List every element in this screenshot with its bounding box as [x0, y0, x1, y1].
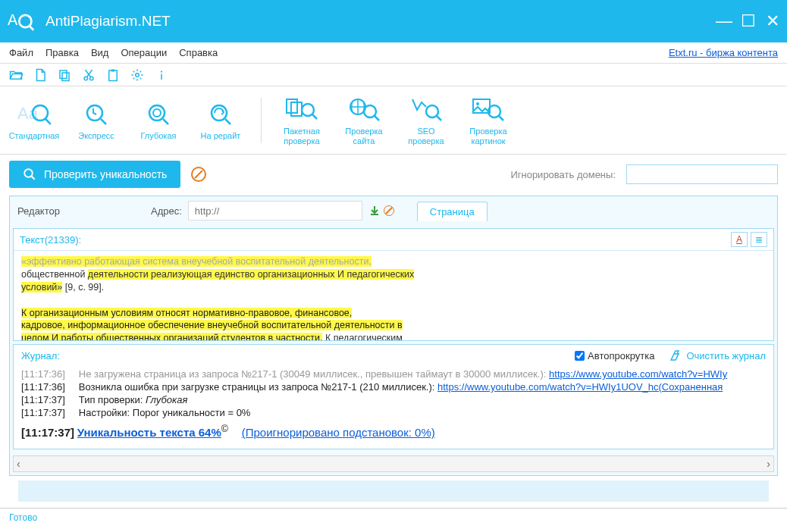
open-icon[interactable] — [9, 68, 23, 82]
ignore-domains-label: Игнорировать домены: — [510, 169, 616, 180]
text-mode-a-button[interactable]: A — [731, 232, 748, 247]
text-panel: Текст(21339): A ≣ «эффективно работающая… — [13, 228, 774, 341]
svg-line-34 — [499, 116, 503, 120]
check-uniqueness-button[interactable]: Проверить уникальность — [9, 161, 180, 188]
address-label: Адрес: — [151, 205, 182, 217]
horizontal-scrollbar[interactable]: ‹› — [13, 455, 774, 472]
settings-icon[interactable] — [130, 68, 144, 82]
ribbon-deep[interactable]: Глубокая — [129, 99, 188, 140]
svg-rect-7 — [109, 70, 118, 81]
log-row: [11:17:36]Не загружена страница из запро… — [21, 368, 766, 380]
svg-point-27 — [364, 105, 376, 117]
menu-view[interactable]: Вид — [91, 47, 109, 58]
editor-tab-label: Редактор — [17, 205, 60, 217]
log-body: [11:17:36]Не загружена страница из запро… — [14, 366, 773, 449]
svg-line-25 — [312, 114, 317, 119]
svg-point-35 — [24, 169, 33, 177]
toolbar — [0, 64, 787, 86]
svg-line-2 — [30, 26, 33, 30]
svg-rect-11 — [161, 74, 162, 80]
menubar: Файл Правка Вид Операции Справка Etxt.ru… — [0, 42, 787, 64]
text-count-label: Текст(21339): — [20, 234, 81, 246]
cancel-url-icon[interactable] — [384, 205, 394, 216]
maximize-button[interactable]: ☐ — [740, 11, 757, 31]
cut-icon[interactable] — [82, 68, 96, 82]
ribbon-site[interactable]: Проверка сайта — [334, 95, 394, 145]
action-row: Проверить уникальность Игнорировать доме… — [9, 161, 778, 188]
log-title: Журнал: — [21, 350, 575, 361]
bottom-strip — [18, 480, 769, 502]
svg-line-16 — [101, 119, 106, 124]
ribbon-rewrite[interactable]: На рерайт — [191, 99, 250, 140]
log-panel: Журнал: Автопрокрутка Очистить журнал [1… — [13, 344, 774, 449]
page-tab[interactable]: Страница — [417, 202, 488, 221]
menu-help[interactable]: Справка — [179, 47, 218, 58]
svg-point-29 — [426, 105, 438, 117]
status-bar: Готово — [0, 508, 787, 526]
svg-point-9 — [136, 73, 140, 77]
menu-edit[interactable]: Правка — [45, 47, 79, 58]
url-input[interactable] — [188, 201, 362, 221]
ribbon-images[interactable]: Проверка картинок — [459, 95, 518, 145]
ribbon-standard[interactable]: Aa Стандартная — [5, 99, 64, 140]
download-icon[interactable] — [368, 205, 381, 217]
minimize-button[interactable]: — — [716, 11, 732, 31]
svg-rect-3 — [60, 70, 67, 79]
log-row: [11:17:37]Тип проверки: Глубокая — [21, 393, 766, 406]
svg-point-32 — [476, 102, 479, 105]
etxt-link[interactable]: Etxt.ru - биржа контента — [669, 47, 778, 58]
svg-point-1 — [19, 15, 31, 27]
svg-line-14 — [45, 119, 51, 124]
paste-icon[interactable] — [106, 68, 120, 82]
svg-text:A: A — [8, 11, 18, 28]
menu-operations[interactable]: Операции — [121, 47, 167, 58]
svg-point-18 — [153, 109, 161, 117]
svg-line-21 — [225, 119, 230, 124]
text-mode-list-button[interactable]: ≣ — [751, 232, 767, 247]
stop-icon[interactable] — [191, 167, 206, 182]
ribbon-seo[interactable]: SEO проверка — [397, 95, 456, 145]
svg-line-36 — [31, 176, 35, 180]
svg-rect-8 — [111, 69, 115, 71]
ribbon: Aa Стандартная Экспресс Глубокая На рера… — [0, 86, 787, 155]
app-title: AntiPlagiarism.NET — [45, 13, 716, 30]
status-text: Готово — [9, 512, 37, 523]
log-row: [11:17:37]Настройки: Порог уникальности … — [21, 406, 766, 419]
ignored-substitutions-link[interactable]: (Проигнорировано подстановок: 0%) — [242, 426, 435, 439]
autoscroll-checkbox[interactable]: Автопрокрутка — [575, 350, 654, 361]
menu-file[interactable]: Файл — [9, 47, 33, 58]
window-controls: — ☐ ✕ — [716, 11, 781, 31]
svg-rect-4 — [62, 73, 69, 81]
svg-point-24 — [302, 104, 314, 116]
ribbon-express[interactable]: Экспресс — [67, 99, 126, 140]
close-button[interactable]: ✕ — [764, 11, 781, 31]
new-file-icon[interactable] — [33, 68, 47, 82]
svg-point-17 — [149, 105, 165, 120]
svg-line-19 — [163, 119, 168, 124]
copy-icon[interactable] — [58, 68, 71, 82]
svg-line-28 — [375, 116, 379, 120]
svg-line-30 — [437, 116, 441, 120]
titlebar: A AntiPlagiarism.NET — ☐ ✕ — [0, 0, 787, 42]
svg-point-10 — [161, 70, 162, 72]
editor-panel: Редактор Адрес: Страница Текст(21339): A… — [9, 196, 778, 476]
text-body[interactable]: «эффективно работающая система внеучебно… — [14, 251, 773, 340]
clear-log-button[interactable]: Очистить журнал — [669, 349, 766, 361]
log-row: [11:17:36]Возникла ошибка при загрузке с… — [21, 380, 766, 393]
log-result-row: [11:17:37] Уникальность текста 64%© (Про… — [21, 419, 766, 447]
svg-point-5 — [84, 77, 88, 80]
info-icon[interactable] — [155, 68, 168, 82]
ribbon-batch[interactable]: Пакетная проверка — [272, 95, 331, 145]
svg-point-6 — [90, 77, 94, 80]
app-logo: A — [6, 6, 36, 36]
uniqueness-result-link[interactable]: Уникальность текста 64% — [77, 426, 221, 439]
ignore-domains-input[interactable] — [626, 164, 778, 184]
